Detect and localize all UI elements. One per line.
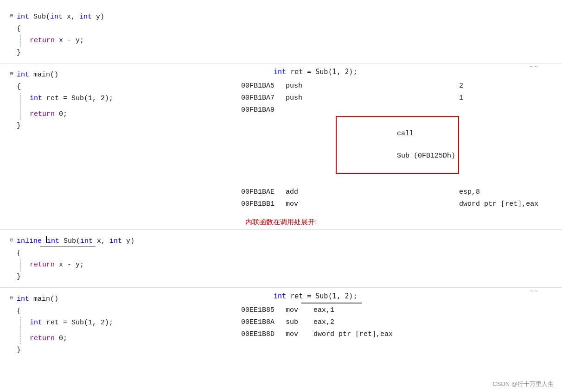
asm4-row-2: 00EE1B8A sub eax,2 (241, 316, 406, 329)
asm-panel-4: ~~ int ret = Sub(1, 2); 00EE1B85 mov eax… (223, 288, 562, 359)
code-line-intret4: int ret = Sub(1, 2); (30, 317, 113, 329)
code-line-func3: inline int Sub( int x, int y) (17, 235, 218, 247)
asm-table-4: 00EE1B85 mov eax,1 00EE1B8A sub eax,2 00… (241, 304, 406, 341)
code-body-1: return x - y; (17, 35, 218, 47)
code-line-close4: } (17, 344, 218, 356)
code-body-2: int ret = Sub(1, 2); return 0; (17, 93, 218, 120)
fold-icon-2[interactable]: ⊟ (10, 70, 13, 76)
kw-int-ret4: int (30, 317, 42, 329)
code-body-4: int ret = Sub(1, 2); return 0; (17, 317, 218, 344)
asm-operand-call: Sub (0FB125Dh) (397, 152, 455, 160)
section4: ⊟ int main() { int ret = Sub(1, 2); retu… (0, 287, 562, 359)
asm-row-5: 00FB1BB1 mov dword ptr [ret],eax (241, 198, 552, 210)
code-line-return0: return 0; (30, 108, 113, 120)
kw-int-x: int (80, 235, 93, 247)
code-line-brace4: { (17, 305, 218, 317)
asm-op-2: push (286, 92, 459, 104)
kw-int-main: int (17, 69, 29, 81)
brace-open-2: { (17, 81, 21, 93)
asm-op-spacer (397, 141, 434, 149)
guide-line-3 (20, 259, 26, 271)
code-content-1: return x - y; (30, 35, 84, 47)
asm-op-1: push (286, 80, 459, 92)
inline-x: x, (93, 235, 109, 247)
code-text-1: Sub( (29, 11, 50, 23)
kw-int-2: int (50, 11, 63, 23)
asm-addr-3: 00FB1BA9 (241, 104, 286, 186)
asm-header-4: int ret = Sub(1, 2); (241, 291, 557, 303)
code-panel-1: ⊟ int Sub(int x, int y) { return x - y; … (0, 8, 223, 61)
kw-int-inline: int (47, 235, 59, 247)
asm-panel-1 (223, 8, 562, 61)
fold-icon-3[interactable]: ⊟ (10, 237, 13, 243)
inline-func-text: Sub( (59, 235, 80, 247)
code-line-return1: return x - y; (30, 35, 84, 47)
kw-inline: inline (17, 235, 42, 247)
asm-hdr-int: int (274, 68, 286, 76)
asm-hdr-text: ret = Sub(1, 2); (286, 68, 358, 76)
brace-open-1: { (17, 23, 21, 35)
code-line-func1: int Sub(int x, int y) (17, 11, 218, 23)
code-content-4: int ret = Sub(1, 2); return 0; (30, 317, 113, 344)
ret-text: ret = Sub(1, 2); (42, 93, 113, 105)
section1: ⊟ int Sub(int x, int y) { return x - y; … (0, 5, 562, 61)
code-panel-4: ⊟ int main() { int ret = Sub(1, 2); retu… (0, 288, 223, 359)
return-expr-1: x - y; (55, 35, 84, 47)
kw-int-ret: int (30, 93, 42, 105)
kw-int-3: int (79, 11, 92, 23)
kw-int-1: int (17, 11, 29, 23)
guide-line-1 (20, 35, 26, 47)
asm-operand-5: dword ptr [ret],eax (459, 198, 552, 210)
asm-highlight-box: call Sub (0FB125Dh) (336, 116, 459, 174)
brace-open-4: { (17, 305, 21, 317)
inline-space (42, 235, 46, 247)
asm4-addr-2: 00EE1B8A (241, 316, 286, 329)
asm-op-3-wrap: call Sub (0FB125Dh) (286, 104, 459, 186)
fold-icon-4[interactable]: ⊟ (10, 295, 13, 301)
asm-operand-1: 2 (459, 80, 552, 92)
asm4-addr-3: 00EE1B8D (241, 329, 286, 341)
annotation-text: 内联函数在调用处展开: (245, 217, 317, 227)
code-line-func4: int main() (17, 293, 218, 305)
asm-addr-2: 00FB1BA7 (241, 92, 286, 104)
code-body-3: return x - y; (17, 259, 218, 271)
code-fold-1: ⊟ int Sub(int x, int y) { return x - y; … (9, 11, 218, 58)
inline-y: y) (122, 235, 134, 247)
code-panel-3: ⊟ inline int Sub( int x, int y) { (0, 233, 223, 285)
kw-int-main2: int (17, 293, 29, 305)
main2-text: main() (29, 293, 58, 305)
code-line-return04: return 0; (30, 333, 113, 345)
watermark: CSDN @行十万里人生 (492, 380, 554, 388)
fold-icon-1[interactable]: ⊟ (10, 13, 13, 19)
asm4-op-2: sub (286, 316, 313, 329)
asm4-op-1: mov (286, 304, 313, 316)
code-fold-4: ⊟ int main() { int ret = Sub(1, 2); retu… (9, 293, 218, 356)
asm-hdr-text4: ret = Sub(1, 2); (286, 292, 358, 300)
asm4-row-3: 00EE1B8D mov dword ptr [ret],eax (241, 329, 406, 341)
asm-operand-4: esp,8 (459, 186, 552, 198)
asm4-addr-1: 00EE1B85 (241, 304, 286, 316)
asm-op-4: add (286, 186, 459, 198)
code-text-3: y) (92, 11, 104, 23)
ret-kw-1: return (30, 35, 55, 47)
code-panel-2: ⊟ int main() { int ret = Sub(1, 2); retu… (0, 63, 223, 213)
kw-int-y: int (109, 235, 122, 247)
asm-op-5: mov (286, 198, 459, 210)
annotation-container: 内联函数在调用处展开: (0, 218, 562, 227)
code-content-2: int ret = Sub(1, 2); return 0; (30, 93, 113, 120)
asm4-operand-1: eax,1 (313, 304, 406, 316)
underline-asm-hdr4 (301, 303, 362, 303)
asm-row-3-highlight: 00FB1BA9 call Sub (0FB125Dh) (241, 104, 552, 186)
asm-addr-1: 00FB1BA5 (241, 80, 286, 92)
code-fold-3: ⊟ inline int Sub( int x, int y) { (9, 235, 218, 283)
ret-kw-2: return (30, 108, 55, 120)
main-text-1: main() (29, 69, 58, 81)
ret-kw-4: return (30, 333, 55, 345)
ret-kw-3: return (30, 259, 55, 271)
brace-close-3: } (17, 271, 21, 283)
asm-panel-3 (223, 233, 562, 285)
return0-text: 0; (55, 108, 67, 120)
brace-close-2: } (17, 120, 21, 132)
return-expr-3: x - y; (55, 259, 84, 271)
tilde-top: ~~ (530, 63, 539, 70)
